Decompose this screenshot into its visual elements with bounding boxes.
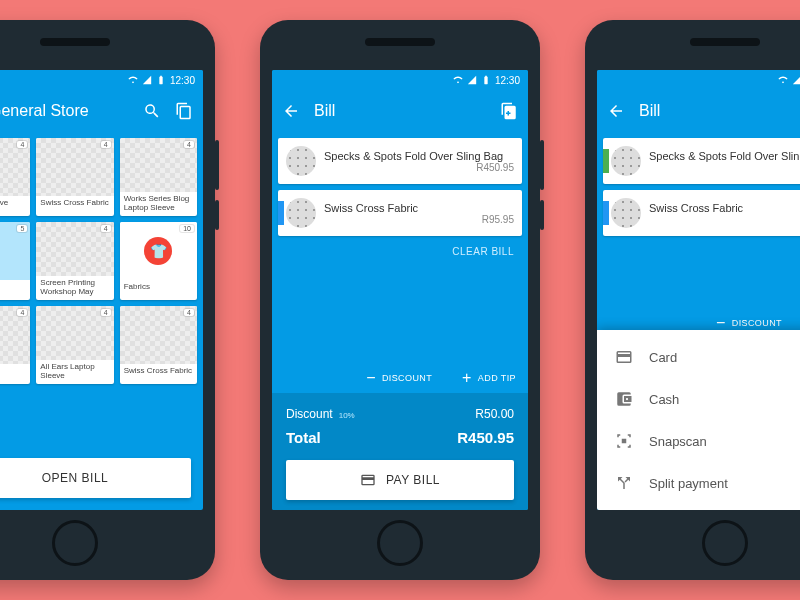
bill-item[interactable]: Swiss Cross Fabric R95.95 [603,190,800,236]
total-amount: R450.95 [457,429,514,446]
product-card[interactable]: 5Covers [0,222,30,300]
wallet-icon [615,390,633,408]
accent [278,149,284,173]
signal-icon [142,75,152,85]
pay-option-split[interactable]: Split payment [597,462,800,504]
item-name: Swiss Cross Fabric [324,202,514,214]
battery-icon [156,75,166,85]
wifi-icon [128,75,138,85]
product-card[interactable]: 4ck Fabric [0,306,30,384]
item-price: R450.95 [324,162,514,173]
appbar-store: The General Store [0,90,203,132]
signal-icon [467,75,477,85]
totals: Discount10% R50.00 Total R450.95 PAY BIL… [272,393,528,510]
signal-icon [792,75,800,85]
product-card[interactable]: 4Laptop Sleeve [0,138,30,216]
product-card[interactable]: 4Works Series Blog Laptop Sleeve [120,138,197,216]
discount-button[interactable]: −DISCOUNT [366,369,432,387]
payment-sheet: Card Cash Snapscan Split payment [597,330,800,510]
phone-pay-sheet: 12:30 Bill Specks & Spots Fold Over Slin… [585,20,800,580]
pay-option-cash[interactable]: Cash [597,378,800,420]
pay-option-snapscan[interactable]: Snapscan [597,420,800,462]
bill-item[interactable]: Specks & Spots Fold Over Sling Bag R450.… [278,138,522,184]
bill-item[interactable]: Swiss Cross Fabric R95.95 [278,190,522,236]
wifi-icon [778,75,788,85]
discount-amount: R50.00 [475,407,514,421]
item-price: R95.95 [324,214,514,225]
clear-bill-button[interactable]: CLEA [597,242,800,261]
status-bar: 12:30 [272,70,528,90]
store-title: The General Store [0,102,89,120]
card-icon [360,472,376,488]
copy-icon[interactable] [175,102,193,120]
status-bar: 12:30 [597,70,800,90]
split-icon [615,474,633,492]
clear-bill-button[interactable]: CLEAR BILL [272,242,528,261]
pay-bill-button[interactable]: PAY BILL [286,460,514,500]
back-icon[interactable] [607,102,625,120]
item-thumb [286,198,316,228]
item-name: Specks & Spots Fold Over Sling Bag [324,150,514,162]
add-copy-icon[interactable] [500,102,518,120]
product-grid: 4Laptop Sleeve 4Swiss Cross Fabric 4Work… [0,132,203,390]
status-time: 12:30 [495,75,520,86]
bill-title: Bill [639,102,660,120]
scan-icon [615,432,633,450]
appbar-bill: Bill [597,90,800,132]
phone-store: 12:30 The General Store 4Laptop Sleeve 4… [0,20,215,580]
bill-item[interactable]: Specks & Spots Fold Over Sling Bag R450.… [603,138,800,184]
phone-bill: 12:30 Bill Specks & Spots Fold Over Slin… [260,20,540,580]
open-bill-button[interactable]: OPEN BILL [0,458,191,498]
appbar-bill: Bill [272,90,528,132]
wifi-icon [453,75,463,85]
add-tip-button[interactable]: +ADD TIP [462,369,516,387]
status-bar: 12:30 [0,70,203,90]
status-time: 12:30 [170,75,195,86]
item-thumb [286,146,316,176]
search-icon[interactable] [143,102,161,120]
product-card[interactable]: 4All Ears Laptop Sleeve [36,306,113,384]
back-icon[interactable] [282,102,300,120]
pay-option-card[interactable]: Card [597,336,800,378]
bill-title: Bill [314,102,335,120]
product-card[interactable]: 4Swiss Cross Fabric [120,306,197,384]
shirt-icon: 👕 [144,237,172,265]
product-card-fabrics[interactable]: 10👕Fabrics [120,222,197,300]
accent [278,201,284,225]
product-card[interactable]: 4Swiss Cross Fabric [36,138,113,216]
card-icon [615,348,633,366]
product-card[interactable]: 4Screen Printing Workshop May [36,222,113,300]
battery-icon [481,75,491,85]
